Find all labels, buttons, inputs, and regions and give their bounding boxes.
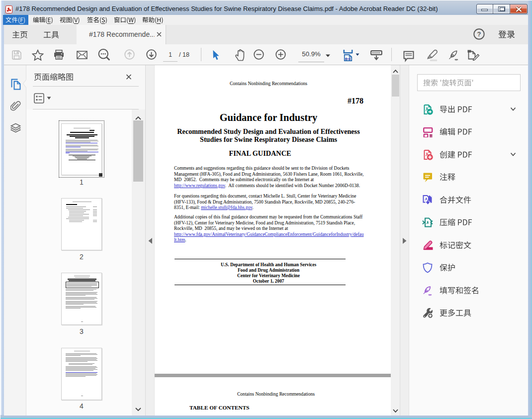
svg-text:?: ? (477, 30, 481, 38)
